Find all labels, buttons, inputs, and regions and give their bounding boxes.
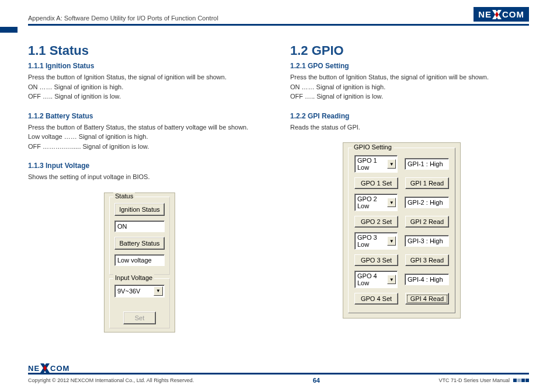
gpi-2-value: GPI-2 : High [405,197,449,208]
gpi-1-value: GPI-1 : High [405,158,449,170]
brand-logo: NECOM [474,7,529,22]
gpo-1-dropdown[interactable]: GPO 1 Low▼ [354,155,398,173]
right-column: 1.2 GPIO 1.2.1 GPO Setting Press the but… [290,43,529,332]
gpo-3-set-button[interactable]: GPO 3 Set [354,254,398,266]
gpo-setting-text: Press the button of Ignition Status, the… [290,72,529,102]
gpio-panel: GPIO Setting GPO 1 Low▼GPI-1 : HighGPO 1… [343,142,461,318]
input-voltage-heading: 1.1.3 Input Voltage [28,162,267,170]
page-number: 64 [313,377,320,384]
ignition-status-value: ON [114,220,165,232]
footer-squares-icon [513,379,529,382]
ignition-status-heading: 1.1.1 Ignition Status [28,62,267,70]
chevron-down-icon: ▼ [154,286,163,296]
gpi-4-read-button[interactable]: GPI 4 Read [405,293,449,304]
copyright-text: Copyright © 2012 NEXCOM International Co… [28,377,194,383]
battery-status-value: Low voltage [114,254,165,266]
gpi-4-value: GPI-4 : High [405,274,449,285]
gpo-2-set-button[interactable]: GPO 2 Set [354,216,398,228]
gpo-1-set-button[interactable]: GPO 1 Set [354,177,398,189]
gpi-1-read-button[interactable]: GPI 1 Read [405,177,449,189]
gpio-legend: GPIO Setting [352,144,394,150]
chevron-down-icon: ▼ [387,236,396,246]
set-button[interactable]: Set [123,312,156,324]
gpi-reading-heading: 1.2.2 GPI Reading [290,112,529,120]
footer-logo: NECOM [28,363,529,373]
status-panel: Status Ignition Status ON Battery Status… [104,192,175,332]
input-voltage-text: Shows the setting of input voltage in BI… [28,172,267,182]
manual-name: VTC 71-D Series User Manual [438,377,510,383]
gpio-heading: 1.2 GPIO [290,43,529,58]
ignition-status-button[interactable]: Ignition Status [114,203,165,216]
gpi-2-read-button[interactable]: GPI 2 Read [405,216,449,228]
gpi-reading-text: Reads the status of GPI. [290,123,529,132]
gpi-3-read-button[interactable]: GPI 3 Read [405,254,449,266]
ignition-status-text: Press the button of Ignition Status, the… [28,72,267,102]
battery-status-heading: 1.1.2 Battery Status [28,112,267,120]
gpo-4-dropdown[interactable]: GPO 4 Low▼ [354,271,398,288]
gpo-2-dropdown[interactable]: GPO 2 Low▼ [354,194,398,211]
chevron-down-icon: ▼ [387,159,396,169]
battery-status-text: Press the button of Battery Status, the … [28,123,267,152]
chevron-down-icon: ▼ [387,275,396,284]
header-title: Appendix A: Software Demo Utility for I/… [28,15,218,22]
gpo-setting-heading: 1.2.1 GPO Setting [290,62,529,70]
gpo-3-dropdown[interactable]: GPO 3 Low▼ [354,232,398,250]
input-voltage-dropdown[interactable]: 9V~36V ▼ [114,285,165,298]
status-legend: Status [113,192,135,200]
status-heading: 1.1 Status [28,43,267,58]
left-column: 1.1 Status 1.1.1 Ignition Status Press t… [28,43,267,332]
gpi-3-value: GPI-3 : High [405,235,449,247]
gpo-4-set-button[interactable]: GPO 4 Set [354,293,398,304]
battery-status-button[interactable]: Battery Status [114,237,165,250]
input-voltage-legend: Input Voltage [113,274,154,281]
chevron-down-icon: ▼ [387,198,396,207]
input-voltage-dd-value: 9V~36V [117,288,140,295]
